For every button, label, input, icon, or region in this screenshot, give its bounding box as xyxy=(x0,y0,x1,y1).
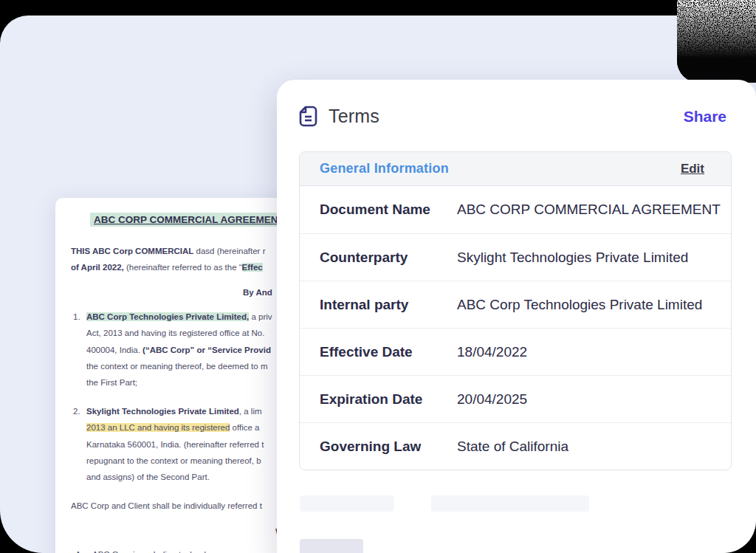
doc-line: 400004, India. (“ABC Corp” or “Service P… xyxy=(86,342,272,358)
doc-line: Skylight Technologies Private Limited, a… xyxy=(86,403,264,419)
edit-button[interactable]: Edit xyxy=(681,162,704,176)
terms-panel: Terms Share General Information Edit Doc… xyxy=(277,80,756,553)
row-label: Counterparty xyxy=(320,250,457,266)
row-value: ABC CORP COMMERCIAL AGREEMENT xyxy=(457,202,721,218)
row-value: ABC Corp Technologies Private Limited xyxy=(457,297,702,313)
terms-panel-header: Terms Share xyxy=(277,80,756,127)
row-value: 20/04/2025 xyxy=(457,391,527,408)
row-value: Skylight Technologies Private Limited xyxy=(457,250,688,266)
corner-noise-decoration xyxy=(677,0,756,83)
doc-line: repugnant to the context or meaning ther… xyxy=(86,453,264,469)
table-row: Counterparty Skylight Technologies Priva… xyxy=(300,233,731,281)
panel-title: Terms xyxy=(329,106,684,127)
doc-line: Karnataka 560001, India. (hereinafter re… xyxy=(86,436,264,453)
doc-line: the context or meaning thereof, be deeme… xyxy=(86,358,272,374)
document-icon xyxy=(299,106,317,127)
noise-texture xyxy=(677,0,756,83)
row-label: Document Name xyxy=(320,202,457,218)
table-row: Document Name ABC CORP COMMERCIAL AGREEM… xyxy=(300,186,731,233)
table-row: Internal party ABC Corp Technologies Pri… xyxy=(300,281,731,328)
table-row: Governing Law State of California xyxy=(300,422,731,470)
row-value: 18/04/2022 xyxy=(457,344,527,360)
table-row: Expiration Date 20/04/2025 xyxy=(300,375,731,422)
doc-line: Act, 2013 and having its registered offi… xyxy=(86,325,272,341)
skeleton-bar xyxy=(431,495,589,512)
doc-line: ABC Corp is an Indian technology company… xyxy=(92,546,268,553)
table-row: Effective Date 18/04/2022 xyxy=(300,328,731,375)
table-section-header: General Information Edit xyxy=(300,152,731,186)
share-button[interactable]: Share xyxy=(684,108,726,126)
doc-line: the First Part; xyxy=(86,374,272,391)
doc-line: ABC Corp Technologies Private Limited, a… xyxy=(86,309,272,325)
section-title: General Information xyxy=(320,161,681,176)
skeleton-bar xyxy=(300,495,394,512)
general-information-table: General Information Edit Document Name A… xyxy=(299,151,732,470)
loading-skeleton-row xyxy=(300,495,756,512)
row-label: Effective Date xyxy=(320,344,457,360)
doc-line: 2013 an LLC and having its registered of… xyxy=(86,419,264,436)
app-frame: ABC CORP COMMERCIAL AGREEMENT THIS ABC C… xyxy=(0,0,756,553)
row-value: State of California xyxy=(457,439,568,455)
doc-line: and assigns) of the Second Part. xyxy=(86,469,264,485)
row-label: Governing Law xyxy=(320,439,457,455)
skeleton-bar xyxy=(300,539,363,553)
row-label: Expiration Date xyxy=(320,391,457,408)
row-label: Internal party xyxy=(320,297,457,313)
